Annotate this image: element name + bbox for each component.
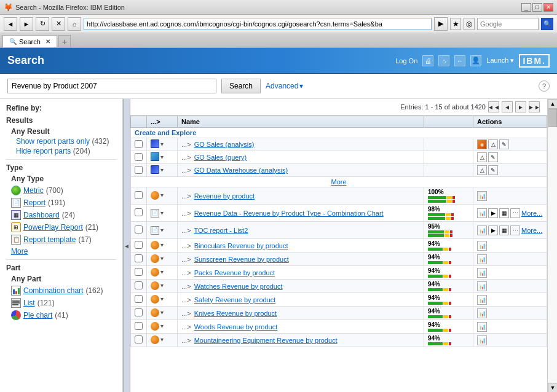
- pencil-action-icon[interactable]: ✎: [488, 152, 498, 162]
- chart-action[interactable]: 📊: [477, 308, 487, 318]
- home-nav-icon[interactable]: ⌂: [438, 55, 449, 66]
- result-name-link[interactable]: Packs Revenue by product: [194, 269, 275, 276]
- run-action-icon[interactable]: ▶: [488, 208, 498, 218]
- help-icon[interactable]: ?: [539, 80, 550, 92]
- chart3-action-icon[interactable]: 📊: [477, 225, 487, 235]
- row-more-link2[interactable]: More...: [521, 227, 542, 234]
- chart-action[interactable]: 📊: [477, 281, 487, 291]
- chart-action[interactable]: 📊: [477, 295, 487, 305]
- last-page-button[interactable]: ►►: [529, 101, 540, 112]
- report-label[interactable]: Report: [23, 198, 45, 207]
- first-page-button[interactable]: ◄◄: [488, 101, 499, 112]
- list-label[interactable]: List: [23, 299, 35, 307]
- print-icon[interactable]: 🖨: [422, 55, 433, 66]
- back-nav-icon[interactable]: ←: [454, 55, 465, 66]
- stop-button[interactable]: ✕: [52, 17, 65, 31]
- sidebar-item-template[interactable]: 📋 Report template (17): [11, 235, 116, 245]
- types-more-link[interactable]: More: [11, 247, 116, 256]
- row-checkbox[interactable]: [135, 295, 143, 303]
- sidebar-item-report[interactable]: 📄 Report (191): [11, 198, 116, 208]
- advanced-link[interactable]: Advanced ▾: [266, 82, 303, 90]
- show-report-parts-link[interactable]: Show report parts only (432): [16, 137, 116, 146]
- sidebar-item-powerplay[interactable]: ⊞ PowerPlay Report (21): [11, 222, 116, 232]
- browser-search-input[interactable]: [477, 18, 539, 30]
- combo-label[interactable]: Combination chart: [23, 286, 83, 295]
- triangle-action-icon[interactable]: △: [477, 165, 487, 175]
- go-button[interactable]: ▶: [434, 17, 448, 31]
- more-results-link[interactable]: More: [331, 178, 346, 186]
- search-input[interactable]: [7, 79, 216, 93]
- sidebar-item-list[interactable]: List (121): [11, 298, 116, 308]
- cube-action-icon[interactable]: ◈: [477, 139, 487, 149]
- rss-icon[interactable]: ◎: [464, 18, 475, 30]
- forward-button[interactable]: ►: [20, 17, 33, 31]
- run2-action-icon[interactable]: ▶: [488, 225, 498, 235]
- result-name-link[interactable]: GO Sales (analysis): [194, 141, 255, 148]
- result-name-link[interactable]: Sunscreen Revenue by product: [194, 256, 289, 263]
- restore-button[interactable]: □: [532, 3, 542, 12]
- chart-action-icon[interactable]: 📊: [477, 191, 487, 201]
- next-page-button[interactable]: ►: [515, 101, 526, 112]
- result-name-link[interactable]: Woods Revenue by product: [194, 323, 278, 331]
- triangle-action-icon[interactable]: △: [477, 152, 487, 162]
- result-name-link[interactable]: Revenue Data - Revenue by Product Type -…: [194, 210, 384, 217]
- pencil-action-icon[interactable]: ✎: [488, 165, 498, 175]
- row-checkbox[interactable]: [135, 268, 143, 276]
- chart-action[interactable]: 📊: [477, 254, 487, 264]
- chart-action[interactable]: 📊: [477, 268, 487, 278]
- result-name-link[interactable]: GO Data Warehouse (analysis): [194, 167, 288, 174]
- browser-search-button[interactable]: 🔍: [541, 18, 553, 30]
- powerplay-label[interactable]: PowerPlay Report: [23, 223, 83, 232]
- grid2-action-icon[interactable]: ▦: [499, 225, 509, 235]
- user-icon[interactable]: 👤: [470, 55, 481, 66]
- pencil-action-icon[interactable]: ✎: [499, 139, 509, 149]
- row-checkbox[interactable]: [135, 308, 143, 316]
- triangle-action-icon[interactable]: △: [488, 139, 498, 149]
- refresh-button[interactable]: ↻: [36, 17, 49, 31]
- result-name-link[interactable]: Safety Revenue by product: [194, 296, 276, 304]
- row-checkbox[interactable]: [135, 208, 143, 216]
- sidebar-item-dashboard[interactable]: ▦ Dashboard (24): [11, 210, 116, 220]
- tab-search[interactable]: 🔍 Search ✕: [2, 35, 57, 47]
- tab-close-icon[interactable]: ✕: [45, 38, 50, 45]
- log-on-link[interactable]: Log On: [395, 57, 417, 65]
- chart-action[interactable]: 📊: [477, 322, 487, 332]
- result-name-link[interactable]: Revenue by product: [194, 192, 255, 200]
- close-button[interactable]: ✕: [543, 3, 553, 12]
- chart2-action-icon[interactable]: 📊: [477, 208, 487, 218]
- result-name-link[interactable]: Mountaineering Equipment Revenue by prod…: [194, 337, 338, 344]
- metric-label[interactable]: Metric: [23, 186, 44, 195]
- row-checkbox[interactable]: [135, 153, 143, 161]
- hide-report-parts-link[interactable]: Hide report parts (204): [16, 147, 116, 155]
- back-button[interactable]: ◄: [4, 17, 17, 31]
- result-name-link[interactable]: TOC report - List2: [194, 227, 248, 234]
- prev-page-button[interactable]: ◄: [502, 101, 513, 112]
- launch-link[interactable]: Launch ▾: [486, 57, 514, 65]
- home-button[interactable]: ⌂: [68, 17, 81, 31]
- result-name-link[interactable]: GO Sales (query): [194, 154, 247, 161]
- bookmark-icon[interactable]: ★: [450, 18, 461, 30]
- row-checkbox[interactable]: [135, 322, 143, 330]
- row-checkbox[interactable]: [135, 166, 143, 174]
- row-checkbox[interactable]: [135, 281, 143, 289]
- row-more-link[interactable]: More...: [521, 210, 542, 217]
- result-name-link[interactable]: Knives Revenue by product: [194, 310, 277, 317]
- sidebar-item-metric[interactable]: Metric (700): [11, 186, 116, 195]
- result-name-link[interactable]: Watches Revenue by product: [194, 283, 283, 290]
- template-label[interactable]: Report template: [23, 235, 76, 244]
- result-name-link[interactable]: Binoculars Revenue by product: [194, 242, 288, 249]
- pie-label[interactable]: Pie chart: [23, 311, 52, 319]
- scroll-up-button[interactable]: ▲: [548, 99, 557, 109]
- minimize-button[interactable]: _: [521, 3, 531, 12]
- scroll-down-button[interactable]: ▼: [548, 383, 557, 392]
- new-tab-button[interactable]: +: [58, 35, 71, 47]
- sidebar-item-combo[interactable]: Combination chart (162): [11, 286, 116, 296]
- row-checkbox[interactable]: [135, 225, 143, 233]
- grid-action-icon[interactable]: ▦: [499, 208, 509, 218]
- more2-action-icon[interactable]: ⋯: [510, 208, 520, 218]
- chart-action[interactable]: 📊: [477, 241, 487, 251]
- row-checkbox[interactable]: [135, 335, 143, 343]
- row-checkbox[interactable]: [135, 254, 143, 262]
- dashboard-label[interactable]: Dashboard: [23, 211, 60, 219]
- row-checkbox[interactable]: [135, 241, 143, 249]
